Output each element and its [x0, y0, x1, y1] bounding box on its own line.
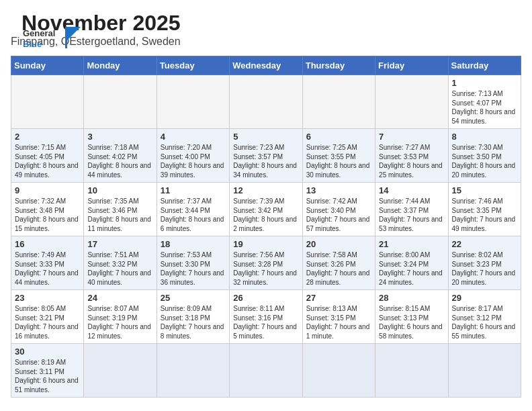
calendar-week-row: 16Sunrise: 7:49 AMSunset: 3:33 PMDayligh… [11, 236, 521, 290]
calendar-day-cell: 11Sunrise: 7:37 AMSunset: 3:44 PMDayligh… [157, 183, 229, 236]
calendar-day-cell: 29Sunrise: 8:17 AMSunset: 3:12 PMDayligh… [448, 290, 521, 344]
day-info: Sunrise: 7:20 AMSunset: 4:00 PMDaylight:… [161, 143, 226, 179]
day-info: Sunrise: 7:39 AMSunset: 3:42 PMDaylight:… [233, 197, 298, 233]
day-number: 9 [15, 185, 80, 195]
calendar-day-cell: 23Sunrise: 8:05 AMSunset: 3:21 PMDayligh… [11, 290, 84, 344]
day-info: Sunrise: 7:25 AMSunset: 3:55 PMDaylight:… [306, 143, 371, 179]
day-number: 4 [161, 132, 226, 142]
day-number: 18 [161, 239, 226, 249]
calendar-day-cell: 1Sunrise: 7:13 AMSunset: 4:07 PMDaylight… [448, 75, 521, 129]
calendar-day-cell: 27Sunrise: 8:13 AMSunset: 3:15 PMDayligh… [302, 290, 375, 344]
day-info: Sunrise: 7:13 AMSunset: 4:07 PMDaylight:… [452, 89, 517, 126]
day-info: Sunrise: 7:51 AMSunset: 3:32 PMDaylight:… [87, 250, 152, 287]
day-info: Sunrise: 8:00 AMSunset: 3:24 PMDaylight:… [379, 250, 444, 287]
calendar-table: Sunday Monday Tuesday Wednesday Thursday… [11, 56, 521, 398]
day-number: 19 [233, 239, 298, 249]
calendar-day-cell: 12Sunrise: 7:39 AMSunset: 3:42 PMDayligh… [230, 183, 302, 236]
calendar-day-cell: 15Sunrise: 7:46 AMSunset: 3:35 PMDayligh… [448, 183, 521, 236]
calendar-day-cell: 22Sunrise: 8:02 AMSunset: 3:23 PMDayligh… [448, 236, 521, 290]
day-info: Sunrise: 8:09 AMSunset: 3:18 PMDaylight:… [161, 304, 226, 340]
day-info: Sunrise: 7:23 AMSunset: 3:57 PMDaylight:… [233, 143, 298, 179]
calendar-week-row: 30Sunrise: 8:19 AMSunset: 3:11 PMDayligh… [11, 344, 521, 398]
calendar-day-cell: 19Sunrise: 7:56 AMSunset: 3:28 PMDayligh… [230, 236, 302, 290]
logo: General Blue [21, 21, 82, 56]
day-number: 12 [233, 185, 298, 195]
day-info: Sunrise: 7:18 AMSunset: 4:02 PMDaylight:… [87, 143, 152, 179]
day-info: Sunrise: 7:44 AMSunset: 3:37 PMDaylight:… [379, 197, 444, 233]
calendar-day-cell [448, 344, 521, 398]
day-info: Sunrise: 7:42 AMSunset: 3:40 PMDaylight:… [306, 197, 371, 233]
day-number: 10 [87, 185, 152, 195]
day-info: Sunrise: 7:32 AMSunset: 3:48 PMDaylight:… [15, 197, 80, 233]
calendar-week-row: 1Sunrise: 7:13 AMSunset: 4:07 PMDaylight… [11, 75, 521, 129]
day-number: 17 [87, 239, 152, 249]
calendar-day-cell: 10Sunrise: 7:35 AMSunset: 3:46 PMDayligh… [84, 183, 157, 236]
calendar-day-cell [230, 75, 302, 129]
calendar-week-row: 2Sunrise: 7:15 AMSunset: 4:05 PMDaylight… [11, 129, 521, 183]
calendar-day-cell: 2Sunrise: 7:15 AMSunset: 4:05 PMDaylight… [11, 129, 84, 183]
calendar-day-cell: 25Sunrise: 8:09 AMSunset: 3:18 PMDayligh… [157, 290, 229, 344]
calendar-day-cell: 14Sunrise: 7:44 AMSunset: 3:37 PMDayligh… [375, 183, 448, 236]
day-number: 20 [306, 239, 371, 249]
day-number: 25 [161, 293, 226, 303]
day-number: 22 [452, 239, 517, 249]
calendar-day-cell: 8Sunrise: 7:30 AMSunset: 3:50 PMDaylight… [448, 129, 521, 183]
calendar-day-cell [84, 344, 157, 398]
col-friday: Friday [375, 56, 448, 75]
day-number: 7 [379, 132, 444, 142]
day-number: 26 [233, 293, 298, 303]
col-tuesday: Tuesday [157, 56, 229, 75]
svg-text:General: General [23, 28, 55, 38]
day-number: 5 [233, 132, 298, 142]
day-number: 21 [379, 239, 444, 249]
calendar-header-row: Sunday Monday Tuesday Wednesday Thursday… [11, 56, 521, 75]
day-info: Sunrise: 7:15 AMSunset: 4:05 PMDaylight:… [15, 143, 80, 179]
day-info: Sunrise: 7:46 AMSunset: 3:35 PMDaylight:… [452, 197, 517, 233]
day-info: Sunrise: 8:17 AMSunset: 3:12 PMDaylight:… [452, 304, 517, 340]
day-info: Sunrise: 7:58 AMSunset: 3:26 PMDaylight:… [306, 250, 371, 287]
calendar-day-cell: 4Sunrise: 7:20 AMSunset: 4:00 PMDaylight… [157, 129, 229, 183]
calendar-week-row: 23Sunrise: 8:05 AMSunset: 3:21 PMDayligh… [11, 290, 521, 344]
day-info: Sunrise: 8:05 AMSunset: 3:21 PMDaylight:… [15, 304, 80, 340]
calendar-day-cell: 9Sunrise: 7:32 AMSunset: 3:48 PMDaylight… [11, 183, 84, 236]
day-info: Sunrise: 7:37 AMSunset: 3:44 PMDaylight:… [161, 197, 226, 233]
day-info: Sunrise: 7:30 AMSunset: 3:50 PMDaylight:… [452, 143, 517, 179]
calendar-day-cell: 6Sunrise: 7:25 AMSunset: 3:55 PMDaylight… [302, 129, 375, 183]
day-number: 1 [452, 78, 517, 88]
day-number: 14 [379, 185, 444, 195]
day-number: 15 [452, 185, 517, 195]
calendar-day-cell: 20Sunrise: 7:58 AMSunset: 3:26 PMDayligh… [302, 236, 375, 290]
day-number: 30 [15, 347, 80, 357]
calendar-day-cell [84, 75, 157, 129]
col-saturday: Saturday [448, 56, 521, 75]
day-info: Sunrise: 8:02 AMSunset: 3:23 PMDaylight:… [452, 250, 517, 287]
calendar-day-cell [11, 75, 84, 129]
day-number: 13 [306, 185, 371, 195]
day-info: Sunrise: 7:56 AMSunset: 3:28 PMDaylight:… [233, 250, 298, 287]
calendar-day-cell [375, 344, 448, 398]
col-monday: Monday [84, 56, 157, 75]
col-sunday: Sunday [11, 56, 84, 75]
day-number: 28 [379, 293, 444, 303]
svg-marker-2 [67, 27, 81, 40]
svg-text:Blue: Blue [23, 39, 42, 49]
calendar-day-cell: 24Sunrise: 8:07 AMSunset: 3:19 PMDayligh… [84, 290, 157, 344]
calendar-day-cell: 30Sunrise: 8:19 AMSunset: 3:11 PMDayligh… [11, 344, 84, 398]
calendar-day-cell: 18Sunrise: 7:53 AMSunset: 3:30 PMDayligh… [157, 236, 229, 290]
day-info: Sunrise: 8:07 AMSunset: 3:19 PMDaylight:… [87, 304, 152, 340]
calendar-day-cell [302, 344, 375, 398]
col-thursday: Thursday [302, 56, 375, 75]
calendar-day-cell: 16Sunrise: 7:49 AMSunset: 3:33 PMDayligh… [11, 236, 84, 290]
day-info: Sunrise: 8:13 AMSunset: 3:15 PMDaylight:… [306, 304, 371, 340]
day-info: Sunrise: 8:15 AMSunset: 3:13 PMDaylight:… [379, 304, 444, 340]
calendar-day-cell: 13Sunrise: 7:42 AMSunset: 3:40 PMDayligh… [302, 183, 375, 236]
calendar-day-cell: 3Sunrise: 7:18 AMSunset: 4:02 PMDaylight… [84, 129, 157, 183]
calendar-day-cell: 7Sunrise: 7:27 AMSunset: 3:53 PMDaylight… [375, 129, 448, 183]
day-info: Sunrise: 8:19 AMSunset: 3:11 PMDaylight:… [15, 358, 80, 394]
svg-rect-3 [65, 27, 67, 48]
day-number: 11 [161, 185, 226, 195]
calendar-day-cell [375, 75, 448, 129]
day-info: Sunrise: 7:49 AMSunset: 3:33 PMDaylight:… [15, 250, 80, 287]
calendar-day-cell: 21Sunrise: 8:00 AMSunset: 3:24 PMDayligh… [375, 236, 448, 290]
calendar-day-cell: 26Sunrise: 8:11 AMSunset: 3:16 PMDayligh… [230, 290, 302, 344]
